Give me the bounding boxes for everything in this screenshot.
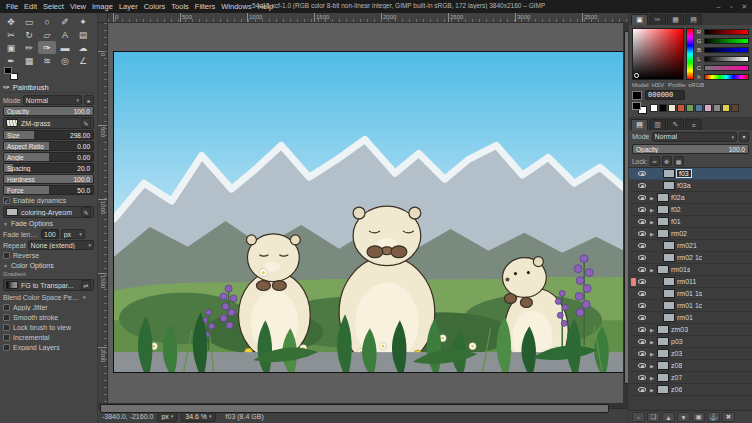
delete-layer-icon[interactable]: ✖ [722,412,735,422]
visibility-eye-icon[interactable] [638,375,646,380]
edit-dynamics-icon[interactable]: ✎ [81,207,91,217]
color-history-swatch[interactable] [704,104,712,112]
fuzzy-select-tool-icon[interactable]: ✦ [74,15,92,28]
lock-alpha-icon[interactable]: ▦ [674,156,684,166]
menu-filters[interactable]: Filters [192,1,218,12]
layer-row[interactable]: ▶ f02 [629,204,752,216]
horizontal-scrollbar[interactable] [98,403,628,408]
expand-layers-checkbox[interactable]: ✓ Expand Layers [3,343,94,352]
vertical-scrollbar[interactable] [623,23,628,403]
visibility-eye-icon[interactable] [638,363,646,368]
color-history-swatch[interactable] [713,104,721,112]
visibility-eye-icon[interactable] [638,315,646,320]
menu-image[interactable]: Image [89,1,116,12]
checkbox[interactable]: ✓ [3,252,10,259]
visibility-eye-icon[interactable] [638,195,646,200]
rectangle-select-tool-icon[interactable]: ▭ [20,15,38,28]
paintbrush-tool-icon[interactable]: ✑ [38,41,56,54]
channel-h-slider[interactable]: h [696,73,749,80]
vertical-ruler[interactable]: 0500100015002000 [98,23,108,403]
expander-icon[interactable]: ▶ [650,351,655,357]
layer-row[interactable]: ▶ rm01 1c [629,300,752,312]
canvas-artwork[interactable] [114,52,628,372]
expander-icon[interactable]: ▶ [650,387,655,393]
color-history-swatch[interactable] [650,104,658,112]
expander-icon[interactable]: ▶ [650,219,655,225]
layer-row[interactable]: ▶ rm01s [629,264,752,276]
foreground-color-swatch[interactable] [4,67,12,74]
layer-row[interactable]: ▶ f03a [629,180,752,192]
ellipse-select-tool-icon[interactable]: ○ [38,15,56,28]
expander-icon[interactable]: ▶ [650,231,655,237]
menu-colors[interactable]: Colors [141,1,169,12]
visibility-eye-icon[interactable] [638,207,646,212]
brushes-tab-icon[interactable]: ✑ [649,14,666,25]
repeat-select[interactable]: None (extend)▾ [28,240,94,250]
visibility-eye-icon[interactable] [638,279,646,284]
layer-row[interactable]: ▶ p03 [629,336,752,348]
apply-jitter-checkbox[interactable]: ✓ Apply Jitter [3,303,94,312]
fade-options-section[interactable]: ▼ Fade Options [3,219,94,228]
bucket-fill-tool-icon[interactable]: ▣ [2,41,20,54]
layer-row[interactable]: ▶ z07 [629,372,752,384]
expander-icon[interactable]: ▶ [650,207,655,213]
spacing-slider[interactable]: Spacing 20.0 [3,163,94,173]
checkbox[interactable]: ✓ [3,344,10,351]
visibility-eye-icon[interactable] [638,243,646,248]
free-select-tool-icon[interactable]: ✐ [56,15,74,28]
ink-tool-icon[interactable]: ✒ [2,54,20,67]
expander-icon[interactable]: ▶ [650,363,655,369]
visibility-eye-icon[interactable] [638,303,646,308]
layer-row[interactable]: ▶ f02a [629,192,752,204]
pencil-tool-icon[interactable]: ✏ [20,41,38,54]
layer-row[interactable]: ▶ zm03 [629,324,752,336]
size-slider[interactable]: Size 298.00 [3,130,94,140]
eraser-tool-icon[interactable]: ▬ [56,41,74,54]
fg-bg-color-tab-icon[interactable]: ▣ [631,14,648,25]
reverse-gradient-icon[interactable]: ⇄ [81,280,91,290]
visibility-eye-icon[interactable] [638,219,646,224]
layer-row[interactable]: ▶ z03 [629,348,752,360]
aspect-ratio-slider[interactable]: Aspect Ratio 0.00 [3,141,94,151]
horizontal-ruler[interactable]: 0500100015002000250030003500 [108,13,628,23]
enable-dynamics-checkbox[interactable]: ✓ Enable dynamics [3,196,94,205]
gradients-tab-icon[interactable]: ▤ [685,14,702,25]
anchor-layer-icon[interactable]: ⚓ [707,412,720,422]
opacity-slider[interactable]: Opacity 100.0 [3,106,94,116]
hue-strip[interactable] [686,28,694,80]
visibility-eye-icon[interactable] [638,387,646,392]
color-history-swatch[interactable] [677,104,685,112]
visibility-eye-icon[interactable] [638,339,646,344]
fade-length-spin[interactable]: 100 [41,229,59,239]
lock-position-icon[interactable]: ✥ [662,156,672,166]
channel-c-slider[interactable]: C [696,64,749,71]
zoom-tool-icon[interactable]: ◎ [56,54,74,67]
visibility-eye-icon[interactable] [638,171,646,176]
menu-file[interactable]: File [3,1,21,12]
dock-menu-icon[interactable]: ≡ [685,119,702,130]
minimize-icon[interactable]: – [714,3,723,11]
mode-switch-icon[interactable]: ▸ [84,95,94,105]
patterns-tab-icon[interactable]: ▦ [667,14,684,25]
menu-select[interactable]: Select [40,1,67,12]
new-group-icon[interactable]: ❏ [647,412,660,422]
color-history-swatch[interactable] [659,104,667,112]
menu-windows[interactable]: Windows [218,1,254,12]
new-layer-icon[interactable]: ▫ [632,412,645,422]
angle-slider[interactable]: Angle 0.00 [3,152,94,162]
layer-row[interactable]: ▶ rm021 [629,240,752,252]
maximize-icon[interactable]: ▫ [727,3,736,11]
paths-tab-icon[interactable]: ✎ [667,119,684,130]
layer-row[interactable]: ▶ rm01 1s [629,288,752,300]
gradient-tool-icon[interactable]: ▤ [74,28,92,41]
hex-input[interactable]: 000000 [645,90,685,100]
layer-row[interactable]: ▶ rm02 [629,228,752,240]
color-options-section[interactable]: ▼ Color Options [3,261,94,270]
visibility-eye-icon[interactable] [638,231,646,236]
text-tool-icon[interactable]: A [56,28,74,41]
layer-mode-select[interactable]: Normal▾ [652,132,737,142]
color-history-swatch[interactable] [731,104,739,112]
layer-row[interactable]: ▶ rm011 [629,276,752,288]
dynamics-chooser[interactable]: coloring-Aryeom ✎ [3,206,94,218]
layer-row[interactable]: ▶ f03 [629,168,752,180]
